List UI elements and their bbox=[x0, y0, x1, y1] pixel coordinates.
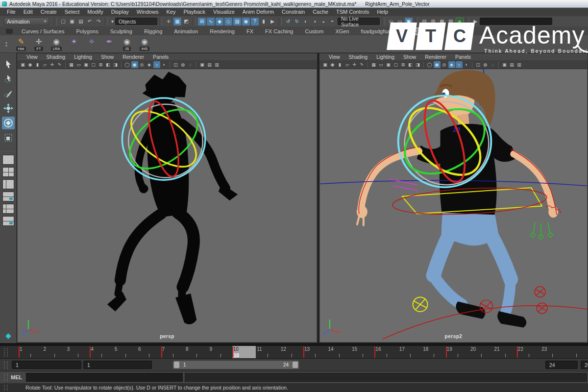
hypershade-persp-layout-button[interactable] bbox=[2, 204, 14, 214]
ft-shelf-button[interactable]: ✛FT bbox=[31, 37, 46, 51]
gate-mask-icon[interactable]: ▢ bbox=[90, 61, 97, 68]
shelf-tab-rig[interactable]: RIG bbox=[403, 27, 425, 35]
panel-menu-view[interactable]: View bbox=[22, 54, 42, 60]
range-grip[interactable] bbox=[4, 361, 8, 369]
panel-menu-panels[interactable]: Panels bbox=[451, 54, 475, 60]
snap-to-curve-icon[interactable]: ∿ bbox=[207, 18, 215, 25]
safe-action-icon[interactable]: ◧ bbox=[407, 61, 414, 68]
panel-menu-view[interactable]: View bbox=[324, 54, 344, 60]
timeline-frame-10[interactable]: 1010 bbox=[232, 346, 256, 358]
ik-handle-shelf-button[interactable]: ✧ bbox=[84, 37, 99, 46]
wireframe-on-shaded-icon[interactable]: ◎ bbox=[441, 61, 448, 68]
safe-title-icon[interactable]: ◨ bbox=[112, 61, 119, 68]
menu-item-cache[interactable]: Cache bbox=[309, 8, 332, 16]
menu-item-file[interactable]: File bbox=[3, 8, 20, 16]
snap-to-point-icon[interactable]: ◆ bbox=[216, 18, 223, 25]
shelf-tab-polygons[interactable]: Polygons bbox=[70, 27, 104, 35]
select-by-object-icon[interactable]: ▦ bbox=[173, 18, 181, 25]
wireframe-icon[interactable]: ◯ bbox=[124, 61, 131, 68]
panel-menu-show[interactable]: Show bbox=[399, 54, 420, 60]
ihs-shelf-button[interactable]: ◉IHS bbox=[137, 37, 152, 51]
titlebar[interactable]: Autodesk Maya 2016 - Educational Version… bbox=[0, 0, 588, 8]
wireframe-on-shaded-icon[interactable]: ◎ bbox=[139, 61, 146, 68]
input-connections-icon[interactable]: ↺ bbox=[284, 18, 292, 25]
isolate-select-icon[interactable]: ◫ bbox=[172, 61, 179, 68]
shelf-tab-fx[interactable]: FX bbox=[241, 27, 259, 35]
output-operations-icon[interactable]: ◑ bbox=[311, 18, 318, 25]
lasso-select-tool-icon[interactable] bbox=[2, 73, 15, 85]
timeline-frame-15[interactable]: 15 bbox=[351, 346, 374, 358]
menu-item-modify[interactable]: Modify bbox=[83, 8, 107, 16]
input-operations-icon[interactable]: ◐ bbox=[302, 18, 310, 25]
shelf-tab-fx-caching[interactable]: FX Caching bbox=[259, 27, 299, 35]
new-scene-icon[interactable]: ▢ bbox=[59, 18, 67, 25]
textured-icon[interactable]: ◈ bbox=[146, 61, 153, 68]
four-pane-icon[interactable]: ▥ bbox=[214, 61, 220, 68]
save-scene-icon[interactable]: ▤ bbox=[77, 18, 85, 25]
open-render-view-icon[interactable]: ▤ bbox=[420, 18, 428, 25]
scale-tool-icon[interactable] bbox=[2, 131, 15, 144]
shelf-tab-sculpting[interactable]: Sculpting bbox=[104, 27, 138, 35]
shelf-tab-curves-surfaces[interactable]: Curves / Surfaces bbox=[16, 27, 70, 35]
menu-set-selector[interactable]: Animation ▾ bbox=[4, 18, 49, 25]
timeline-frame-11[interactable]: 11 bbox=[256, 346, 279, 358]
shelf-menu-icon[interactable] bbox=[6, 29, 13, 34]
range-slider[interactable]: 1 24 bbox=[173, 361, 299, 369]
panel-menu-shading[interactable]: Shading bbox=[42, 54, 70, 60]
shelf-tab-fsadgsdgfsadgf[interactable]: fsadgsdgfsadgf bbox=[355, 27, 404, 35]
mel-command-input[interactable] bbox=[26, 373, 183, 382]
panel-menu-lighting[interactable]: Lighting bbox=[70, 54, 97, 60]
timeline-frame-3[interactable]: 3 bbox=[66, 346, 90, 358]
display-layer-icon[interactable]: ▭ bbox=[387, 18, 395, 25]
persp-graph-layout-button[interactable] bbox=[2, 192, 14, 201]
menu-item-windows[interactable]: Windows bbox=[133, 8, 163, 16]
persp-curve-layout-button[interactable] bbox=[2, 216, 14, 226]
shaded-icon[interactable]: ◉ bbox=[434, 61, 441, 68]
panel-menu-shading[interactable]: Shading bbox=[344, 54, 372, 60]
menu-item-select[interactable]: Select bbox=[61, 8, 84, 16]
field-chart-icon[interactable]: ⊞ bbox=[400, 61, 407, 68]
anim-layer-icon[interactable]: ▣ bbox=[405, 18, 413, 25]
render-current-frame-icon[interactable]: ▥ bbox=[429, 18, 437, 25]
grease-pencil-icon[interactable]: ✎ bbox=[56, 61, 63, 68]
timeline-frame-21[interactable]: 21 bbox=[493, 346, 516, 358]
lock-camera-icon[interactable]: ◉ bbox=[27, 61, 34, 68]
shelf-tab-rigging[interactable]: Rigging bbox=[138, 27, 168, 35]
grid-icon[interactable]: ▦ bbox=[68, 61, 75, 68]
render-layer-icon[interactable]: ▭ bbox=[396, 18, 404, 25]
grease-pencil-icon[interactable]: ✎ bbox=[359, 61, 366, 68]
shelf-arrows-icon[interactable]: ▲▼ bbox=[3, 37, 10, 51]
lights-icon[interactable]: ☼ bbox=[153, 61, 160, 68]
select-camera-icon[interactable]: ▣ bbox=[322, 61, 329, 68]
select-camera-icon[interactable]: ▣ bbox=[20, 61, 26, 68]
render-sphere-icon[interactable]: ◉ bbox=[456, 18, 464, 25]
panel-menu-show[interactable]: Show bbox=[97, 54, 118, 60]
two-pane-icon[interactable]: ▤ bbox=[206, 61, 213, 68]
help-line-grip[interactable] bbox=[4, 385, 8, 391]
timeline-frame-4[interactable]: 4 bbox=[90, 346, 113, 358]
joints-xray-icon[interactable]: ◌ bbox=[490, 61, 496, 68]
timeline-frame-7[interactable]: 7 bbox=[161, 346, 185, 358]
snap-to-grid-icon[interactable]: ⊞ bbox=[198, 18, 206, 25]
bookmark-icon[interactable]: ▮ bbox=[337, 61, 343, 68]
timeline-frame-12[interactable]: 12 bbox=[280, 346, 303, 358]
chevron-down-icon[interactable]: ▾ bbox=[110, 18, 115, 25]
timeline-frame-24[interactable] bbox=[564, 346, 588, 358]
menu-item-tsm-controls[interactable]: TSM Controls bbox=[332, 8, 373, 16]
two-pane-icon[interactable]: ▤ bbox=[509, 61, 515, 68]
single-pane-layout-button[interactable] bbox=[2, 155, 14, 165]
shelf-tab-rendering[interactable]: Rendering bbox=[204, 27, 241, 35]
move-tool-icon[interactable] bbox=[2, 102, 15, 115]
shadows-icon[interactable]: ◗ bbox=[463, 61, 470, 68]
select-by-component-icon[interactable]: ◩ bbox=[182, 18, 190, 25]
2d-pan-zoom-icon[interactable]: ✛ bbox=[351, 61, 358, 68]
time-slider-grip[interactable] bbox=[4, 348, 8, 357]
single-pane-icon[interactable]: ▣ bbox=[501, 61, 508, 68]
redo-icon[interactable]: ↷ bbox=[95, 18, 102, 25]
timeline-frame-19[interactable]: 19 bbox=[446, 346, 469, 358]
viewport-canvas-persp[interactable]: persp bbox=[18, 69, 317, 342]
timeline-frame-13[interactable]: 13 bbox=[303, 346, 327, 358]
grid-icon[interactable]: ▦ bbox=[370, 61, 377, 68]
timeline-frame-17[interactable]: 17 bbox=[398, 346, 422, 358]
shelf-tab-animation[interactable]: Animation bbox=[168, 27, 204, 35]
